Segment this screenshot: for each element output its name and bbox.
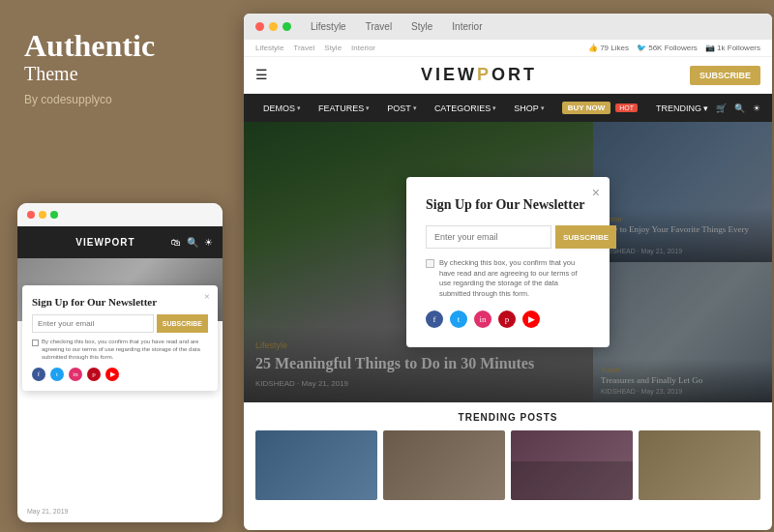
mobile-terms-checkbox[interactable] xyxy=(32,340,39,346)
nav-hot-badge: HOT xyxy=(615,103,638,112)
nav-search-icon[interactable]: 🔍 xyxy=(734,103,745,113)
trending-post-image-3 xyxy=(511,430,633,500)
tab-style[interactable]: Style xyxy=(411,21,432,32)
top-link-style[interactable]: Style xyxy=(324,44,342,52)
newsletter-email-row: SUBSCRIBE xyxy=(426,225,590,249)
newsletter-youtube-icon[interactable]: ▶ xyxy=(522,310,540,328)
nav-demos-label: DEMOS xyxy=(263,103,295,113)
trending-post-1[interactable] xyxy=(255,430,377,500)
nav-trending-arrow: ▾ xyxy=(703,103,708,113)
mobile-logo: VIEWPORT xyxy=(75,237,134,248)
site-top-social: 👍 79 Likes 🐦 56K Followers 📷 1k Follower… xyxy=(588,44,760,52)
newsletter-social-icons: f t in p ▶ xyxy=(426,310,590,328)
mobile-youtube-icon[interactable]: ▶ xyxy=(105,368,119,381)
mobile-theme-icon[interactable]: ☀ xyxy=(204,237,213,248)
twitter-followers: 🐦 56K Followers xyxy=(637,44,698,52)
header-subscribe-button[interactable]: SUBSCRIBE xyxy=(690,66,760,85)
mobile-hamburger-icon[interactable]: ☰ xyxy=(27,234,40,251)
newsletter-twitter-icon[interactable]: t xyxy=(450,310,467,328)
brand-subtitle: Theme xyxy=(24,63,216,85)
site-header-top: Lifestyle Travel Style Interior 👍 79 Lik… xyxy=(244,40,772,57)
tab-interior[interactable]: Interior xyxy=(452,21,482,32)
site-logo-right: SUBSCRIBE xyxy=(690,66,760,85)
mobile-email-row: SUBSCRIBE xyxy=(32,314,208,333)
newsletter-facebook-icon[interactable]: f xyxy=(426,310,443,328)
site-hamburger-icon[interactable]: ☰ xyxy=(255,67,268,83)
nav-shop[interactable]: SHOP ▾ xyxy=(506,94,552,122)
mobile-bag-icon: 🛍 xyxy=(171,237,181,248)
main-content: Lifestyle 25 Meaningful Things to Do in … xyxy=(244,122,772,402)
newsletter-checkbox-row: By checking this box, you confirm that y… xyxy=(426,258,590,299)
trending-title: TRENDING POSTS xyxy=(255,412,760,423)
nav-trending[interactable]: TRENDING ▾ xyxy=(656,103,708,113)
mobile-email-input[interactable] xyxy=(32,314,154,333)
brand-by: By codesupplyco xyxy=(24,93,216,106)
site-logo-accent: P xyxy=(477,65,491,84)
tab-lifestyle[interactable]: Lifestyle xyxy=(311,21,346,32)
newsletter-close-button[interactable]: × xyxy=(592,185,600,200)
mobile-terms-text: By checking this box, you confirm that y… xyxy=(42,339,208,361)
nav-features[interactable]: FEATURES ▾ xyxy=(311,94,377,122)
trending-section: TRENDING POSTS xyxy=(244,402,772,510)
mobile-bottom-date: May 21, 2019 xyxy=(27,508,68,515)
mobile-preview: ☰ VIEWPORT 🛍 🔍 ☀ × Sign Up for Our Newsl… xyxy=(17,203,223,522)
mobile-pinterest-icon[interactable]: p xyxy=(87,368,101,381)
browser-chrome: Lifestyle Travel Style Interior xyxy=(244,14,772,40)
nav-left: DEMOS ▾ FEATURES ▾ POST ▾ CATEGORIES ▾ S… xyxy=(255,94,645,122)
mobile-twitter-icon[interactable]: t xyxy=(50,368,64,381)
trending-post-image-2 xyxy=(383,430,505,500)
mobile-nav-icons: 🛍 🔍 ☀ xyxy=(171,237,213,248)
top-link-travel[interactable]: Travel xyxy=(293,44,314,52)
trending-post-3[interactable] xyxy=(511,430,633,500)
mobile-subscribe-button[interactable]: SUBSCRIBE xyxy=(157,314,208,333)
site-logo-row: ☰ VIEWPORT SUBSCRIBE xyxy=(244,57,772,94)
instagram-followers: 📷 1k Followers xyxy=(705,44,760,52)
nav-buy-now[interactable]: BUY NOW HOT xyxy=(554,94,645,122)
brand-title: Authentic xyxy=(24,29,216,63)
mobile-newsletter-close-button[interactable]: × xyxy=(204,290,210,302)
nav-demos-arrow: ▾ xyxy=(297,104,301,112)
browser-window: Lifestyle Travel Style Interior Lifestyl… xyxy=(244,14,772,530)
newsletter-terms-text: By checking this box, you confirm that y… xyxy=(439,258,590,299)
tab-travel[interactable]: Travel xyxy=(366,21,392,32)
newsletter-modal: × Sign Up for Our Newsletter SUBSCRIBE B… xyxy=(406,177,610,347)
left-panel: Authentic Theme By codesupplyco ☰ VIEWPO… xyxy=(0,0,240,532)
newsletter-modal-title: Sign Up for Our Newsletter xyxy=(426,196,590,214)
site-logo-left: ☰ xyxy=(255,67,268,83)
mobile-search-icon[interactable]: 🔍 xyxy=(187,237,198,248)
mobile-instagram-icon[interactable]: in xyxy=(69,368,82,381)
mobile-checkbox-row: By checking this box, you confirm that y… xyxy=(32,339,208,361)
mobile-newsletter-modal: × Sign Up for Our Newsletter SUBSCRIBE B… xyxy=(22,285,218,391)
newsletter-pinterest-icon[interactable]: p xyxy=(498,310,516,328)
mobile-social-icons: f t in p ▶ xyxy=(32,368,208,381)
top-link-lifestyle[interactable]: Lifestyle xyxy=(255,44,283,52)
nav-theme-icon[interactable]: ☀ xyxy=(753,103,760,113)
nav-buy-now-label: BUY NOW xyxy=(562,102,611,114)
browser-tabs: Lifestyle Travel Style Interior xyxy=(311,21,482,32)
mobile-maximize-dot xyxy=(50,211,58,219)
trending-post-image-1 xyxy=(255,430,377,500)
nav-post-label: POST xyxy=(387,103,411,113)
nav-categories[interactable]: CATEGORIES ▾ xyxy=(427,94,504,122)
mobile-close-dot xyxy=(27,211,35,219)
nav-shop-label: SHOP xyxy=(514,103,539,113)
site-nav: DEMOS ▾ FEATURES ▾ POST ▾ CATEGORIES ▾ S… xyxy=(244,94,772,122)
nav-shop-arrow: ▾ xyxy=(541,104,545,112)
newsletter-subscribe-button[interactable]: SUBSCRIBE xyxy=(555,225,616,249)
site-top-links: Lifestyle Travel Style Interior xyxy=(255,44,375,52)
nav-features-label: FEATURES xyxy=(318,103,364,113)
newsletter-instagram-icon[interactable]: in xyxy=(474,310,491,328)
facebook-followers: 👍 79 Likes xyxy=(588,44,629,52)
nav-categories-arrow: ▾ xyxy=(492,104,496,112)
trending-post-4[interactable] xyxy=(639,430,760,500)
mobile-facebook-icon[interactable]: f xyxy=(32,368,45,381)
mobile-window-controls xyxy=(17,203,223,226)
nav-post[interactable]: POST ▾ xyxy=(379,94,425,122)
newsletter-email-input[interactable] xyxy=(426,225,551,249)
nav-demos[interactable]: DEMOS ▾ xyxy=(255,94,309,122)
newsletter-terms-checkbox[interactable] xyxy=(426,259,434,268)
mobile-nav: ☰ VIEWPORT 🛍 🔍 ☀ xyxy=(17,226,223,258)
trending-post-2[interactable] xyxy=(383,430,505,500)
top-link-interior[interactable]: Interior xyxy=(351,44,375,52)
nav-cart-icon[interactable]: 🛒 xyxy=(716,103,727,113)
